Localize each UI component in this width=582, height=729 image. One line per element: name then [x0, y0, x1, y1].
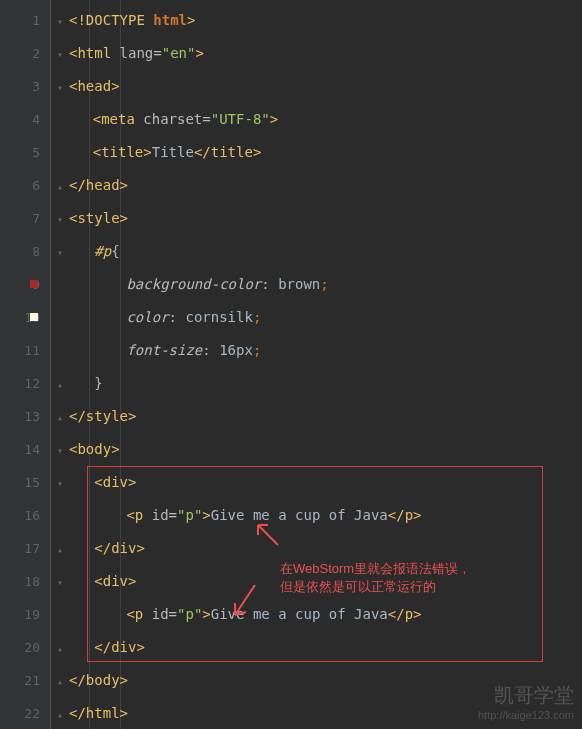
line-number: 7	[0, 202, 40, 235]
line-gutter: 1 2 3 4 5 6 7 8 9 10 11 12 13 14 15 16 1…	[0, 0, 50, 729]
code-line[interactable]: ▴</html>	[59, 697, 582, 729]
code-line[interactable]: <p id="p">Give me a cup of Java</p>	[59, 598, 582, 631]
code-line[interactable]: background-color: brown;	[59, 268, 582, 301]
code-line[interactable]: ▾<style>	[59, 202, 582, 235]
fold-icon[interactable]: ▾	[57, 236, 67, 269]
line-number: 18	[0, 565, 40, 598]
fold-icon[interactable]: ▾	[57, 467, 67, 500]
code-line[interactable]: ▴ </div>	[59, 631, 582, 664]
code-line[interactable]: ▴</style>	[59, 400, 582, 433]
line-number: 15	[0, 466, 40, 499]
code-line[interactable]: ▾<!DOCTYPE html>	[59, 4, 582, 37]
line-number: 19	[0, 598, 40, 631]
code-line[interactable]: ▴ </div>	[59, 532, 582, 565]
line-number: 10	[0, 301, 40, 334]
line-number: 1	[0, 4, 40, 37]
line-number: 2	[0, 37, 40, 70]
fold-icon[interactable]: ▾	[57, 71, 67, 104]
line-number: 22	[0, 697, 40, 729]
line-number: 5	[0, 136, 40, 169]
fold-icon[interactable]: ▴	[57, 170, 67, 203]
code-line[interactable]: ▾<head>	[59, 70, 582, 103]
code-line[interactable]: ▴</body>	[59, 664, 582, 697]
fold-icon[interactable]: ▾	[57, 38, 67, 71]
fold-icon[interactable]: ▴	[57, 698, 67, 730]
line-number: 21	[0, 664, 40, 697]
line-number: 13	[0, 400, 40, 433]
fold-icon[interactable]: ▴	[57, 401, 67, 434]
fold-icon[interactable]: ▴	[57, 368, 67, 401]
code-line[interactable]: <title>Title</title>	[59, 136, 582, 169]
code-line[interactable]: ▾<body>	[59, 433, 582, 466]
code-line[interactable]: ▾ <div>	[59, 466, 582, 499]
line-number: 6	[0, 169, 40, 202]
code-line[interactable]: ▾ #p{	[59, 235, 582, 268]
code-editor[interactable]: 1 2 3 4 5 6 7 8 9 10 11 12 13 14 15 16 1…	[0, 0, 582, 729]
line-number: 11	[0, 334, 40, 367]
fold-icon[interactable]: ▴	[57, 665, 67, 698]
fold-icon[interactable]: ▴	[57, 533, 67, 566]
code-line[interactable]: font-size: 16px;	[59, 334, 582, 367]
code-line[interactable]: <p id="p">Give me a cup of Java</p>	[59, 499, 582, 532]
code-area[interactable]: ▾<!DOCTYPE html> ▾<html lang="en"> ▾<hea…	[51, 0, 582, 729]
line-number: 12	[0, 367, 40, 400]
color-swatch-brown	[30, 280, 38, 288]
fold-icon[interactable]: ▾	[57, 5, 67, 38]
line-number: 16	[0, 499, 40, 532]
code-line[interactable]: <meta charset="UTF-8">	[59, 103, 582, 136]
color-swatch-cornsilk	[30, 313, 38, 321]
code-line[interactable]: ▴</head>	[59, 169, 582, 202]
fold-icon[interactable]: ▴	[57, 632, 67, 665]
line-number: 17	[0, 532, 40, 565]
fold-icon[interactable]: ▾	[57, 566, 67, 599]
code-line[interactable]: ▴ }	[59, 367, 582, 400]
line-number: 9	[0, 268, 40, 301]
line-number: 4	[0, 103, 40, 136]
line-number: 8	[0, 235, 40, 268]
code-line[interactable]: ▾ <div>	[59, 565, 582, 598]
fold-icon[interactable]: ▾	[57, 434, 67, 467]
code-line[interactable]: ▾<html lang="en">	[59, 37, 582, 70]
line-number: 14	[0, 433, 40, 466]
fold-icon[interactable]: ▾	[57, 203, 67, 236]
line-number: 3	[0, 70, 40, 103]
code-line[interactable]: color: cornsilk;	[59, 301, 582, 334]
line-number: 20	[0, 631, 40, 664]
